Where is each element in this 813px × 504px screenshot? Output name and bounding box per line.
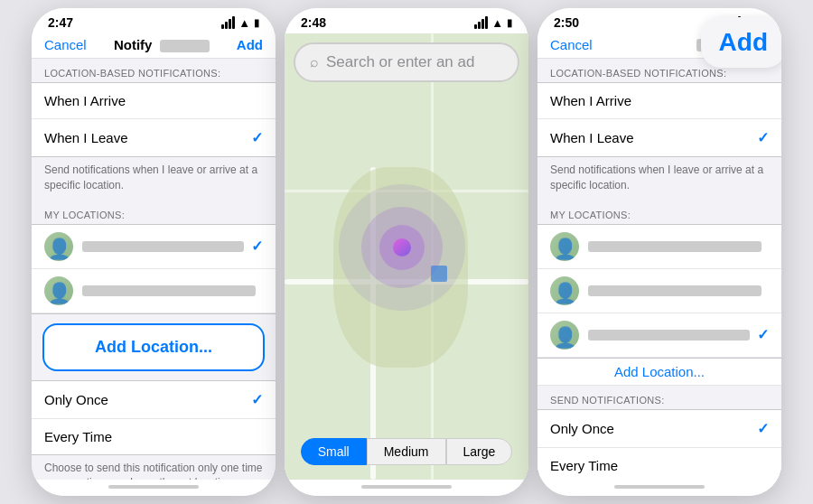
avatar-3c (550, 321, 579, 350)
map-tiles (285, 33, 528, 480)
when-leave-label-1: When I Leave (44, 130, 128, 145)
my-locations-group-1: ✓ (32, 224, 276, 314)
size-buttons: Small Medium Large (285, 438, 528, 465)
add-button-3-large[interactable]: Add (701, 17, 781, 68)
avatar-3a (550, 232, 579, 261)
battery-icon-2: ▮ (507, 17, 512, 29)
size-large-button[interactable]: Large (446, 438, 513, 465)
location-row-1a[interactable]: ✓ (32, 225, 276, 269)
search-overlay: ⌕ Search or enter an ad (294, 42, 519, 82)
size-medium-button[interactable]: Medium (367, 438, 446, 465)
location-name-blur-3a (588, 241, 762, 252)
only-once-label-3: Only Once (550, 421, 614, 436)
notify-frequency-group-1: Only Once ✓ Every Time (32, 380, 276, 455)
add-button-1[interactable]: Add (237, 37, 263, 52)
add-location-button-1[interactable]: Add Location... (42, 323, 265, 371)
when-arrive-row-1[interactable]: When I Arrive (32, 83, 276, 119)
send-section-label-3: SEND NOTIFICATIONS: (537, 386, 781, 409)
location-desc-3: Send notifications when I leave or arriv… (537, 157, 781, 201)
avatar-3b (550, 276, 579, 305)
avatar-figure-3c (550, 321, 579, 350)
when-leave-row-3[interactable]: When I Leave ✓ (537, 119, 781, 156)
map-screen: ⌕ Search or enter an ad Small (285, 33, 528, 480)
every-time-row-1[interactable]: Every Time (32, 419, 276, 454)
phone-3: 2:50 ▲ ▮ Cancel Add LOCATION-BASED NOTIF… (537, 8, 781, 496)
status-icons-1: ▲ ▮ (221, 16, 259, 30)
every-time-label-3: Every Time (550, 458, 618, 473)
wifi-icon-1: ▲ (238, 16, 250, 30)
only-once-check-1: ✓ (251, 391, 263, 408)
cancel-button-1[interactable]: Cancel (44, 37, 87, 52)
when-leave-check-3: ✓ (757, 129, 769, 146)
only-once-row-1[interactable]: Only Once ✓ (32, 381, 276, 419)
home-indicator-3 (537, 480, 781, 496)
cancel-button-3[interactable]: Cancel (550, 37, 593, 52)
phone-1: 2:47 ▲ ▮ Cancel Notify Add LOCATION-BASE… (32, 8, 276, 496)
status-icons-2: ▲ ▮ (474, 16, 512, 30)
only-once-check-3: ✓ (757, 420, 769, 437)
status-bar-2: 2:48 ▲ ▮ (285, 8, 528, 33)
time-1: 2:47 (48, 15, 73, 30)
avatar-1a (44, 232, 73, 261)
home-indicator-1 (32, 480, 276, 496)
home-bar-2 (361, 485, 452, 489)
location-row-1b[interactable] (32, 269, 276, 313)
location-check-3c: ✓ (757, 326, 769, 343)
signal-icon-1 (221, 16, 235, 29)
nav-title-blur-1 (160, 40, 210, 52)
only-once-label-1: Only Once (44, 392, 108, 407)
when-arrive-row-3[interactable]: When I Arrive (537, 83, 781, 119)
home-indicator-2 (285, 480, 528, 496)
my-locations-label-3: MY LOCATIONS: (537, 201, 781, 224)
when-arrive-label-3: When I Arrive (550, 93, 631, 108)
nav-bar-1: Cancel Notify Add (32, 33, 276, 59)
phone-2: 2:48 ▲ ▮ ⌕ Search or enter an ad (285, 8, 528, 496)
location-name-blur-1b (82, 285, 256, 296)
only-once-row-3[interactable]: Only Once ✓ (537, 410, 781, 448)
signal-icon-2 (474, 16, 488, 29)
location-check-1a: ✓ (251, 238, 263, 255)
location-notifications-group-1: When I Arrive When I Leave ✓ (32, 82, 276, 157)
battery-icon-1: ▮ (254, 17, 259, 29)
home-bar-3 (614, 485, 705, 489)
location-row-3c[interactable]: ✓ (537, 313, 781, 358)
my-locations-group-3: ✓ (537, 224, 781, 359)
status-bar-1: 2:47 ▲ ▮ (32, 8, 276, 33)
blue-indicator (431, 266, 447, 282)
time-2: 2:48 (301, 15, 326, 30)
avatar-figure-1a (44, 232, 73, 261)
when-arrive-label-1: When I Arrive (44, 93, 126, 108)
location-notifications-group-3: When I Arrive When I Leave ✓ (537, 82, 781, 157)
search-bar[interactable]: ⌕ Search or enter an ad (294, 42, 519, 82)
avatar-figure-3b (550, 276, 579, 305)
my-locations-label-1: MY LOCATIONS: (32, 201, 276, 224)
location-desc-1: Send notifications when I leave or arriv… (32, 157, 276, 201)
every-time-label-1: Every Time (44, 429, 112, 444)
content-1: LOCATION-BASED NOTIFICATIONS: When I Arr… (32, 59, 276, 480)
location-name-blur-1a (82, 241, 244, 252)
notify-frequency-group-3: Only Once ✓ Every Time (537, 409, 781, 480)
search-placeholder: Search or enter an ad (326, 53, 474, 71)
content-3: LOCATION-BASED NOTIFICATIONS: When I Arr… (537, 59, 781, 480)
when-leave-label-3: When I Leave (550, 130, 634, 145)
wifi-icon-2: ▲ (491, 16, 503, 30)
size-small-button[interactable]: Small (301, 438, 367, 465)
location-dot (393, 238, 411, 257)
nav-bar-3: Cancel Add (537, 33, 781, 59)
nav-title-1: Notify (114, 37, 210, 52)
when-leave-check-1: ✓ (251, 129, 263, 146)
add-location-button-3[interactable]: Add Location... (537, 359, 781, 386)
search-icon: ⌕ (310, 54, 319, 70)
home-bar-1 (108, 485, 199, 489)
location-section-label-1: LOCATION-BASED NOTIFICATIONS: (32, 59, 276, 82)
time-3: 2:50 (554, 15, 579, 30)
location-name-blur-3b (588, 285, 762, 296)
notify-desc-1: Choose to send this notification only on… (32, 455, 276, 480)
when-leave-row-1[interactable]: When I Leave ✓ (32, 119, 276, 156)
location-name-blur-3c (588, 330, 750, 341)
avatar-figure-3a (550, 232, 579, 261)
avatar-1b (44, 276, 73, 305)
every-time-row-3[interactable]: Every Time (537, 448, 781, 480)
location-row-3b[interactable] (537, 269, 781, 313)
location-row-3a[interactable] (537, 225, 781, 269)
